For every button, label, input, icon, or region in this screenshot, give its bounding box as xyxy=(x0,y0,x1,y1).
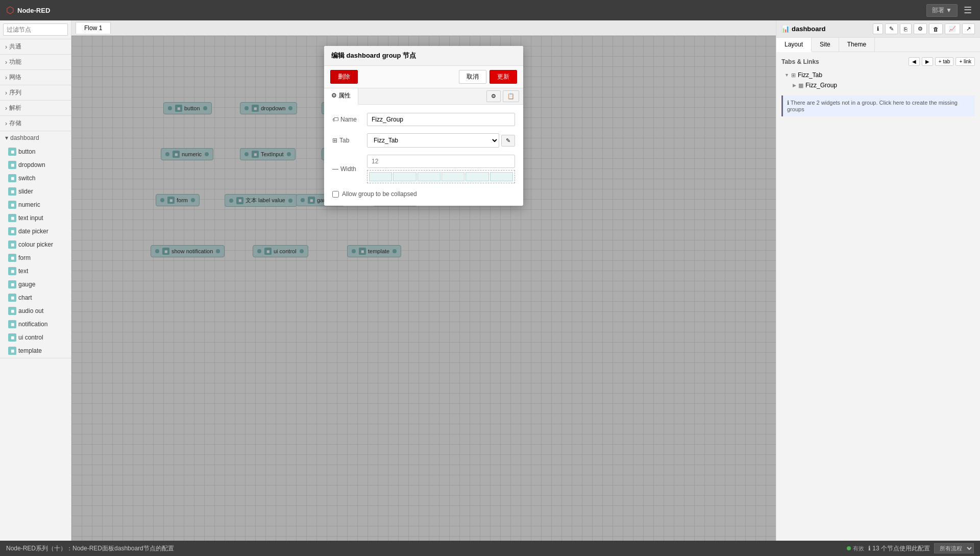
sidebar-node-db-text[interactable]: ◼text xyxy=(3,265,68,277)
width-cell-6 xyxy=(490,172,513,181)
chevron-right-icon2: › xyxy=(5,59,7,66)
category-parse-header[interactable]: › 解析 xyxy=(0,101,71,115)
rp-link-btn[interactable]: ↗ xyxy=(962,23,975,34)
rp-tab-site[interactable]: Site xyxy=(812,38,839,52)
width-grid[interactable] xyxy=(367,170,515,183)
tree-icon-fizz-tab: ⊞ xyxy=(791,72,796,79)
category-function-header[interactable]: › 功能 xyxy=(0,55,71,69)
rp-settings-btn[interactable]: ⚙ xyxy=(914,23,927,34)
menu-button[interactable]: ☰ xyxy=(962,3,974,18)
flow-tab-item[interactable]: Flow 1 xyxy=(76,22,111,34)
btn-add-link[interactable]: + link xyxy=(955,57,975,66)
status-indicator: 有效 xyxy=(847,545,864,552)
deploy-button[interactable]: 部署 ▼ xyxy=(926,4,958,17)
tag-icon: 🏷 xyxy=(332,116,338,123)
node-label-db-switch: switch xyxy=(18,175,63,182)
btn-prev[interactable]: ◀ xyxy=(909,57,920,66)
category-storage: › 存储 xyxy=(0,116,71,131)
sidebar: › 共通 › 功能 › 网络 › 序列 › 解析 xyxy=(0,20,71,541)
rp-delete-btn[interactable]: 🗑 xyxy=(929,23,943,34)
rp-section-actions: ◀ ▶ + tab + link xyxy=(909,57,975,66)
sidebar-node-db-audio-out[interactable]: ◼audio out xyxy=(3,305,68,317)
category-sequence-header[interactable]: › 序列 xyxy=(0,85,71,100)
node-label-db-date-picker: date picker xyxy=(18,228,63,235)
modal-header: 编辑 dashboard group 节点 xyxy=(324,46,523,66)
node-icon-db-button: ◼ xyxy=(8,148,16,156)
flow-tab-bar: Flow 1 xyxy=(71,20,776,36)
node-label-db-numeric: numeric xyxy=(18,201,63,208)
btn-add-tab[interactable]: + tab xyxy=(935,57,954,66)
width-label: — Width xyxy=(332,165,363,173)
sidebar-node-db-slider[interactable]: ◼slider xyxy=(3,185,68,198)
sidebar-node-db-dropdown[interactable]: ◼dropdown xyxy=(3,159,68,171)
sidebar-node-db-colour-picker[interactable]: ◼colour picker xyxy=(3,238,68,251)
modal-settings-btn[interactable]: ⚙ xyxy=(486,90,501,102)
node-label-db-text: text xyxy=(18,268,63,275)
rp-tab-theme[interactable]: Theme xyxy=(839,38,875,52)
rp-body: Tabs & Links ◀ ▶ + tab + link ▼ ⊞ Fizz_T… xyxy=(776,52,980,541)
sidebar-node-db-notification[interactable]: ◼notification xyxy=(3,318,68,330)
modal-toolbar-right: 取消 更新 xyxy=(459,70,517,84)
width-cell-3 xyxy=(418,172,440,181)
rp-edit-btn[interactable]: ✎ xyxy=(885,23,898,34)
sidebar-node-db-switch[interactable]: ◼switch xyxy=(3,172,68,184)
rp-tab-layout[interactable]: Layout xyxy=(776,38,812,52)
modal-body: 🏷 Name ⊞ Tab Fi xyxy=(324,105,523,206)
rp-clone-btn[interactable]: ⎘ xyxy=(900,23,912,34)
category-dashboard-header[interactable]: ▾ dashboard xyxy=(0,131,71,144)
topbar: ⬡ Node-RED 部署 ▼ ☰ xyxy=(0,0,980,20)
modal-tab-properties[interactable]: ⚙ 属性 xyxy=(324,88,358,105)
name-row: 🏷 Name xyxy=(332,113,515,126)
main-layout: › 共通 › 功能 › 网络 › 序列 › 解析 xyxy=(0,20,980,541)
node-icon-db-gauge: ◼ xyxy=(8,280,16,288)
canvas[interactable]: 编辑 dashboard group 节点 删除 取消 更新 ⚙ xyxy=(71,36,776,541)
tab-select[interactable]: Fizz_Tab xyxy=(367,133,499,148)
width-cell-1 xyxy=(369,172,392,181)
tree-item-fizz-tab[interactable]: ▼ ⊞ Fizz_Tab xyxy=(781,70,975,80)
node-label-db-dropdown: dropdown xyxy=(18,161,63,168)
tree-item-fizz-group[interactable]: ▶ ▦ Fizz_Group xyxy=(790,80,975,90)
sidebar-node-db-text-input[interactable]: ◼text input xyxy=(3,212,68,224)
topbar-left: ⬡ Node-RED xyxy=(6,5,50,16)
sidebar-node-db-chart[interactable]: ◼chart xyxy=(3,292,68,304)
node-icon-db-switch: ◼ xyxy=(8,174,16,182)
right-panel-header: 📊 dashboard ℹ ✎ ⎘ ⚙ 🗑 📈 ↗ xyxy=(776,20,980,38)
sidebar-node-db-ui-control[interactable]: ◼ui control xyxy=(3,331,68,344)
dashboard-nodes-list: ◼button◼dropdown◼switch◼slider◼numeric◼t… xyxy=(0,146,71,357)
cancel-button[interactable]: 取消 xyxy=(459,70,486,84)
modal-toolbar: 删除 取消 更新 xyxy=(324,66,523,88)
category-network: › 网络 xyxy=(0,70,71,85)
sidebar-node-db-numeric[interactable]: ◼numeric xyxy=(3,199,68,211)
sidebar-node-db-button[interactable]: ◼button xyxy=(3,146,68,158)
rp-info-message[interactable]: ℹ There are 2 widgets not in a group. Cl… xyxy=(781,95,975,116)
category-common-header[interactable]: › 共通 xyxy=(0,39,71,54)
category-storage-header[interactable]: › 存储 xyxy=(0,116,71,131)
width-input[interactable] xyxy=(367,155,515,168)
category-network-header[interactable]: › 网络 xyxy=(0,70,71,85)
status-dot xyxy=(847,546,851,550)
dashboard-icon: 📊 xyxy=(781,25,790,33)
sidebar-node-db-date-picker[interactable]: ◼date picker xyxy=(3,225,68,237)
rp-info-btn[interactable]: ℹ xyxy=(873,23,883,34)
search-input[interactable] xyxy=(3,23,68,36)
tab-edit-button[interactable]: ✎ xyxy=(501,135,515,147)
category-common: › 共通 xyxy=(0,39,71,55)
delete-button[interactable]: 删除 xyxy=(330,70,358,84)
flow-filter-select[interactable]: 所有流程 xyxy=(934,543,974,553)
update-button[interactable]: 更新 xyxy=(489,70,517,84)
sidebar-node-db-gauge[interactable]: ◼gauge xyxy=(3,278,68,291)
rp-tree: ▼ ⊞ Fizz_Tab ▶ ▦ Fizz_Group xyxy=(781,70,975,90)
node-icon-db-dropdown: ◼ xyxy=(8,161,16,169)
name-input[interactable] xyxy=(367,113,515,126)
node-icon-db-notification: ◼ xyxy=(8,320,16,328)
btn-next[interactable]: ▶ xyxy=(922,57,933,66)
chevron-right-icon4: › xyxy=(5,89,7,96)
sidebar-node-db-template[interactable]: ◼template xyxy=(3,345,68,357)
modal-book-btn[interactable]: 📋 xyxy=(503,90,519,102)
sidebar-node-db-form[interactable]: ◼form xyxy=(3,252,68,264)
allow-collapse-checkbox[interactable] xyxy=(332,191,339,198)
width-input-wrapper xyxy=(367,155,515,183)
allow-collapse-label[interactable]: Allow group to be collapsed xyxy=(342,190,417,198)
rp-chart-btn[interactable]: 📈 xyxy=(945,23,960,34)
node-icon-db-audio-out: ◼ xyxy=(8,307,16,315)
